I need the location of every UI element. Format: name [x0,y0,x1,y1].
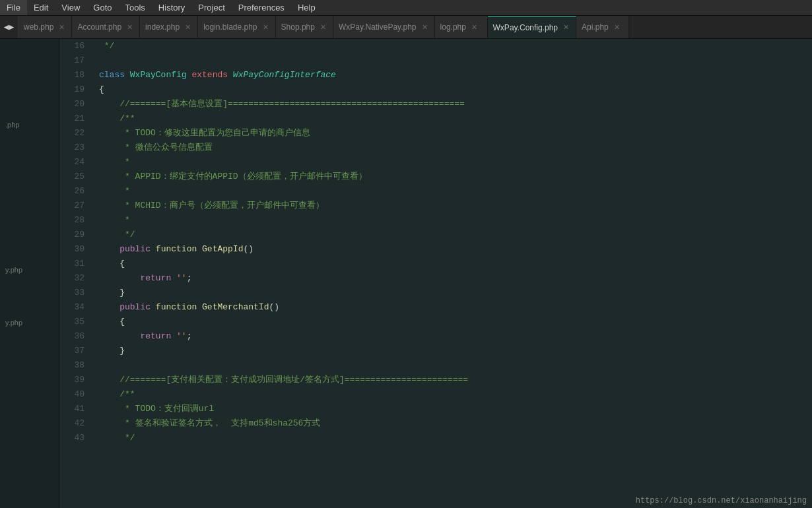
code-token: '' [176,271,187,286]
line-num-35: 35 [59,315,85,329]
code-token: class [99,68,130,82]
code-token [99,257,119,271]
menu-goto[interactable]: Goto [86,0,118,15]
code-line-20: //=======[基本信息设置]=======================… [99,97,812,111]
menu-edit[interactable]: Edit [27,0,55,15]
code-token: { [99,82,104,97]
code-line-31: { [99,257,812,271]
code-content[interactable]: */ class WxPayConfig extends WxPayConfig… [92,39,812,508]
line-num-17: 17 [59,53,85,68]
code-token: * MCHID：商户号（必须配置，开户邮件中可查看） [99,199,324,213]
code-token: */ [99,228,135,242]
tab-label: WxPay.NativePay.php [339,22,417,32]
line-num-31: 31 [59,257,85,271]
menu-view[interactable]: View [55,0,86,15]
line-num-27: 27 [59,199,85,213]
tab-web-php[interactable]: web.php ✕ [18,16,72,38]
code-token: } [119,344,125,358]
line-num-26: 26 [59,184,85,199]
code-line-18: class WxPayConfig extends WxPayConfigInt… [99,68,812,82]
line-num-21: 21 [59,111,85,126]
code-token: return [140,329,176,344]
code-token: function [156,242,202,257]
code-line-39: //=======[支付相关配置：支付成功回调地址/签名方式]=========… [99,373,812,387]
line-num-22: 22 [59,126,85,141]
tab-wxpay-config-php[interactable]: WxPay.Config.php ✕ [488,16,577,38]
tab-label: Account.php [77,22,121,32]
editor-container: .php y.php y.php 16 17 18 19 20 21 22 23… [0,39,812,508]
tab-close-api-php[interactable]: ✕ [613,22,621,32]
menu-tools[interactable]: Tools [119,0,152,15]
url-watermark: https://blog.csdn.net/xiaonanhaijing [636,496,807,505]
left-sidebar: .php y.php y.php [0,39,59,508]
tab-close-account-php[interactable]: ✕ [125,22,134,32]
tab-close-login-blade-php[interactable]: ✕ [261,22,270,32]
menu-preferences[interactable]: Preferences [232,0,291,15]
code-line-42: * 签名和验证签名方式， 支持md5和sha256方式 [99,416,812,431]
line-num-32: 32 [59,271,85,286]
tab-wxpay-nativepay-php[interactable]: WxPay.NativePay.php ✕ [333,16,435,38]
code-line-35: { [99,315,812,329]
code-token [99,271,140,286]
tab-close-shop-php[interactable]: ✕ [319,22,327,32]
code-token: public [119,242,156,257]
tab-close-wxpay-nativepay-php[interactable]: ✕ [421,22,429,32]
menu-bar: File Edit View Goto Tools History Projec… [0,0,812,16]
code-token: */ [99,39,114,53]
line-num-25: 25 [59,170,85,184]
code-token [99,315,119,329]
line-num-29: 29 [59,228,85,242]
code-token: GetMerchantId [202,300,269,315]
menu-project[interactable]: Project [191,0,231,15]
tab-index-php[interactable]: index.php ✕ [140,16,198,38]
code-token: return [140,271,176,286]
sidebar-file-2: y.php [0,263,59,276]
tab-close-web-php[interactable]: ✕ [57,22,66,32]
line-num-23: 23 [59,141,85,155]
line-num-42: 42 [59,416,85,431]
tab-api-php[interactable]: Api.php ✕ [576,16,629,38]
code-line-22: * TODO：修改这里配置为您自己申请的商户信息 [99,126,812,141]
code-line-23: * 微信公众号信息配置 [99,141,812,155]
sidebar-file-3: y.php [0,316,59,329]
menu-history[interactable]: History [152,0,191,15]
code-token [99,329,140,344]
menu-help[interactable]: Help [291,0,322,15]
tab-label: Shop.php [281,22,315,32]
code-token: //=======[支付相关配置：支付成功回调地址/签名方式]=========… [99,373,468,387]
code-line-27: * MCHID：商户号（必须配置，开户邮件中可查看） [99,199,812,213]
tab-log-php[interactable]: log.php ✕ [435,16,488,38]
menu-file[interactable]: File [0,0,27,15]
line-num-28: 28 [59,213,85,228]
sidebar-file-1: .php [0,118,59,131]
line-num-16: 16 [59,39,85,53]
tab-label: web.php [24,22,53,32]
line-num-43: 43 [59,431,85,445]
code-token [99,344,119,358]
code-line-21: /** [99,111,812,126]
code-token: WxPayConfig [130,68,192,82]
code-line-41: * TODO：支付回调url [99,402,812,416]
code-line-24: * [99,155,812,170]
tab-login-blade-php[interactable]: login.blade.php ✕ [198,16,275,38]
editor[interactable]: 16 17 18 19 20 21 22 23 24 25 26 27 28 2… [59,39,812,508]
line-num-41: 41 [59,402,85,416]
tab-account-php[interactable]: Account.php ✕ [72,16,140,38]
tab-close-index-php[interactable]: ✕ [184,22,192,32]
code-token [99,300,119,315]
code-token: () [269,300,279,315]
code-line-38 [99,358,812,373]
tab-close-log-php[interactable]: ✕ [470,22,479,32]
code-token: //=======[基本信息设置]=======================… [99,97,465,111]
tab-nav-prev[interactable]: ◀▶ [0,16,18,38]
line-num-20: 20 [59,97,85,111]
code-token: '' [176,329,187,344]
tab-label: log.php [440,22,466,32]
code-token: * TODO：支付回调url [99,402,214,416]
line-num-18: 18 [59,68,85,82]
code-token: () [243,242,254,257]
tab-close-wxpay-config-php[interactable]: ✕ [562,22,570,32]
code-line-28: * [99,213,812,228]
code-line-37: } [99,344,812,358]
tab-shop-php[interactable]: Shop.php ✕ [276,16,333,38]
